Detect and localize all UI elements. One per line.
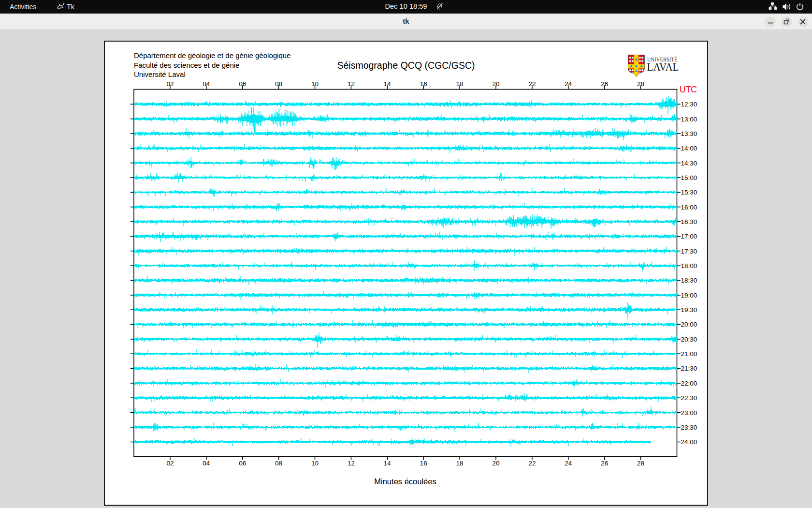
svg-text:20: 20 [492, 80, 499, 88]
svg-text:16:30: 16:30 [681, 218, 697, 225]
svg-text:18: 18 [456, 80, 464, 88]
svg-text:21:00: 21:00 [681, 350, 697, 358]
svg-text:15:00: 15:00 [681, 174, 697, 181]
svg-text:04: 04 [203, 80, 210, 88]
svg-text:04: 04 [203, 460, 210, 467]
svg-text:08: 08 [275, 80, 282, 88]
svg-text:14: 14 [384, 80, 392, 88]
svg-text:16:00: 16:00 [681, 204, 697, 211]
svg-text:18:30: 18:30 [681, 277, 697, 284]
svg-text:Activities: Activities [10, 3, 36, 11]
svg-text:18: 18 [456, 460, 464, 467]
svg-text:Département de géologie et de: Département de géologie et de génie géol… [134, 51, 290, 60]
svg-text:12:30: 12:30 [681, 101, 697, 108]
svg-text:Minutes écoulées: Minutes écoulées [374, 477, 436, 486]
svg-text:13:30: 13:30 [681, 130, 697, 137]
svg-text:20:30: 20:30 [681, 336, 697, 343]
svg-text:14: 14 [384, 460, 392, 467]
svg-text:24: 24 [565, 80, 572, 88]
svg-text:17:30: 17:30 [681, 248, 697, 255]
svg-text:10: 10 [311, 80, 319, 88]
svg-text:26: 26 [601, 80, 608, 88]
svg-text:26: 26 [601, 460, 608, 467]
svg-text:14:30: 14:30 [681, 160, 697, 167]
svg-text:24:00: 24:00 [681, 438, 697, 446]
svg-text:18:00: 18:00 [681, 262, 697, 269]
svg-text:20: 20 [492, 460, 499, 467]
svg-text:12: 12 [348, 80, 355, 88]
svg-text:Séismographe QCQ (CGC/GSC): Séismographe QCQ (CGC/GSC) [337, 60, 475, 71]
svg-text:06: 06 [239, 80, 246, 88]
svg-text:16: 16 [420, 80, 427, 88]
svg-text:23:00: 23:00 [681, 409, 697, 417]
svg-text:10: 10 [311, 460, 319, 467]
svg-text:UTC: UTC [680, 85, 697, 94]
svg-text:Faculté des sciences et de gén: Faculté des sciences et de génie [134, 61, 239, 69]
svg-text:21:30: 21:30 [681, 365, 697, 372]
svg-text:16: 16 [420, 460, 427, 467]
svg-text:22:30: 22:30 [681, 394, 697, 402]
svg-text:02: 02 [166, 460, 174, 467]
svg-text:12: 12 [348, 460, 355, 467]
svg-text:13:00: 13:00 [681, 116, 697, 123]
svg-text:28: 28 [637, 80, 644, 88]
svg-text:17:00: 17:00 [681, 233, 697, 240]
svg-text:22: 22 [528, 80, 536, 88]
svg-text:Dec 10 18:59: Dec 10 18:59 [385, 2, 427, 10]
svg-text:06: 06 [239, 460, 246, 467]
svg-text:LAVAL: LAVAL [647, 61, 679, 73]
svg-text:20:00: 20:00 [681, 321, 697, 328]
svg-text:24: 24 [565, 460, 572, 467]
svg-text:28: 28 [637, 460, 644, 467]
svg-text:Université Laval: Université Laval [134, 70, 186, 78]
svg-text:23:30: 23:30 [681, 424, 697, 431]
svg-text:19:00: 19:00 [681, 292, 697, 299]
svg-text:19:30: 19:30 [681, 306, 697, 314]
svg-text:02: 02 [166, 80, 174, 88]
svg-text:Tk: Tk [67, 3, 75, 11]
svg-text:22:00: 22:00 [681, 380, 697, 387]
svg-text:08: 08 [275, 460, 282, 467]
svg-text:14:00: 14:00 [681, 145, 697, 152]
svg-text:15:30: 15:30 [681, 189, 697, 196]
svg-text:22: 22 [528, 460, 536, 467]
